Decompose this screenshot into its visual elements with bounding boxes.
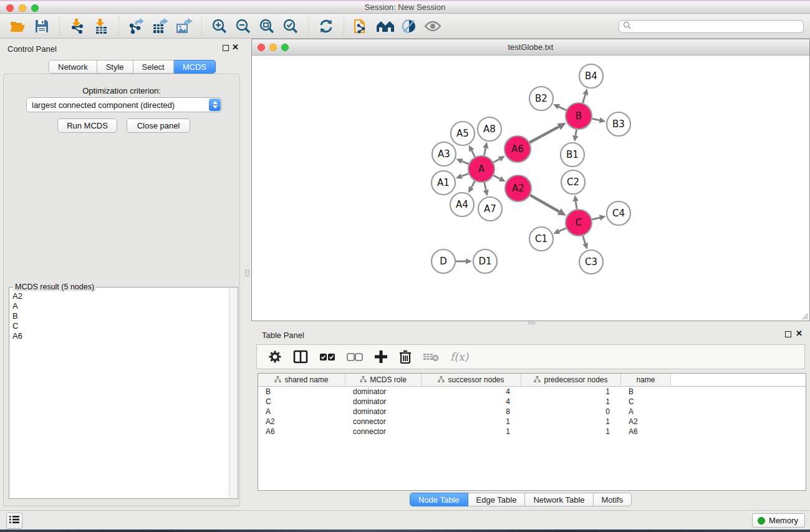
vertical-splitter[interactable] <box>243 39 251 510</box>
table-options-icon[interactable] <box>268 347 282 366</box>
memory-button[interactable]: Memory <box>752 513 805 528</box>
export-table-icon[interactable] <box>148 16 172 36</box>
task-history-button[interactable] <box>6 513 22 529</box>
table-row[interactable]: Bdominator41B <box>258 387 806 397</box>
graph-edge[interactable] <box>583 95 586 103</box>
new-network-from-selection-icon[interactable] <box>350 16 374 36</box>
save-session-icon[interactable] <box>30 16 54 36</box>
open-file-icon[interactable] <box>6 16 30 36</box>
zoom-view-button[interactable] <box>281 44 289 51</box>
column-browser-icon[interactable] <box>293 347 308 366</box>
close-panel-icon[interactable]: ✕ <box>796 329 803 338</box>
table-row[interactable]: A6connector11A6 <box>258 427 806 437</box>
zoom-window-button[interactable] <box>31 4 39 12</box>
search-input[interactable] <box>634 22 799 31</box>
function-builder-icon[interactable]: f(x) <box>450 347 468 366</box>
graph-edge[interactable] <box>461 173 468 176</box>
table-cell[interactable]: dominator <box>345 387 422 396</box>
graph-edge[interactable] <box>462 162 469 164</box>
mcds-result-list[interactable]: A2ABCA6 <box>11 291 228 496</box>
table-cell[interactable]: C <box>621 397 671 406</box>
graph-edge[interactable] <box>493 159 499 162</box>
column-header-name[interactable]: name <box>621 374 671 386</box>
table-cell[interactable]: 1 <box>521 427 621 436</box>
graph-edge[interactable] <box>471 150 475 157</box>
graph-edge[interactable] <box>576 130 577 136</box>
table-cell[interactable]: connector <box>345 427 422 436</box>
table-cell[interactable]: A6 <box>621 427 671 436</box>
unselect-all-columns-icon[interactable] <box>347 347 363 366</box>
table-cell[interactable]: 8 <box>422 407 521 416</box>
tab-select[interactable]: Select <box>133 60 174 74</box>
table-cell[interactable]: B <box>621 387 671 396</box>
graph-edge[interactable] <box>471 181 475 187</box>
graphics-details-icon[interactable] <box>397 16 421 36</box>
network-window-controls[interactable] <box>258 44 289 51</box>
tab-mcds[interactable]: MCDS <box>174 60 216 74</box>
delete-columns-icon[interactable] <box>399 347 412 366</box>
table-cell[interactable]: 1 <box>422 427 521 436</box>
export-network-icon[interactable] <box>125 16 148 36</box>
network-window-titlebar[interactable]: testGlobe.txt <box>252 39 809 56</box>
close-window-button[interactable] <box>6 4 14 12</box>
table-cell[interactable]: A2 <box>258 417 345 426</box>
mcds-list-scrollbar[interactable] <box>229 288 237 498</box>
import-table-icon[interactable] <box>89 16 113 36</box>
table-cell[interactable]: B <box>258 387 345 396</box>
close-panel-button[interactable]: Close panel <box>127 118 190 133</box>
minimize-view-button[interactable] <box>269 44 277 51</box>
table-cell[interactable]: 1 <box>521 397 621 406</box>
search-field[interactable] <box>619 20 804 33</box>
table-cell[interactable]: A2 <box>621 417 671 426</box>
column-header-shared-name[interactable]: shared name <box>258 374 345 386</box>
splitter-handle[interactable] <box>245 269 249 276</box>
zoom-fit-icon[interactable] <box>255 16 279 36</box>
refresh-layout-icon[interactable] <box>314 16 338 36</box>
list-item[interactable]: A2 <box>11 291 228 301</box>
zoom-out-icon[interactable] <box>231 16 255 36</box>
list-item[interactable]: A6 <box>11 331 228 341</box>
list-item[interactable]: A <box>11 301 228 311</box>
import-network-icon[interactable] <box>65 16 89 36</box>
resize-grip-icon[interactable] <box>800 311 809 320</box>
delete-table-icon[interactable] <box>423 347 439 366</box>
close-panel-icon[interactable]: ✕ <box>232 42 239 52</box>
select-all-columns-icon[interactable] <box>319 347 335 366</box>
tab-network-table[interactable]: Network Table <box>525 493 593 506</box>
table-cell[interactable]: A6 <box>258 427 345 436</box>
window-controls[interactable] <box>6 4 39 12</box>
node-table[interactable]: shared nameMCDS rolesuccessor nodesprede… <box>258 373 806 491</box>
export-image-icon[interactable] <box>172 16 196 36</box>
graph-edge[interactable] <box>485 182 486 190</box>
table-cell[interactable]: C <box>258 397 345 406</box>
float-panel-icon[interactable] <box>223 45 229 51</box>
graph-edge[interactable] <box>530 195 559 211</box>
table-cell[interactable]: 4 <box>422 397 521 406</box>
table-cell[interactable]: connector <box>345 417 422 426</box>
table-row[interactable]: Adominator80A <box>258 407 806 417</box>
close-view-button[interactable] <box>258 44 265 51</box>
graph-edge[interactable] <box>576 201 577 210</box>
table-row[interactable]: Cdominator41C <box>258 397 806 407</box>
tab-node-table[interactable]: Node Table <box>410 493 468 506</box>
list-item[interactable]: C <box>11 321 228 331</box>
optimization-criterion-select[interactable]: largest connected component (directed) <box>26 97 222 112</box>
graph-edge[interactable] <box>559 228 566 231</box>
graph-edge[interactable] <box>592 218 599 220</box>
zoom-in-icon[interactable] <box>208 16 231 36</box>
tab-style[interactable]: Style <box>97 60 133 74</box>
run-mcds-button[interactable]: Run MCDS <box>57 118 117 133</box>
create-column-icon[interactable] <box>374 347 388 366</box>
graph-edge[interactable] <box>583 236 586 243</box>
table-cell[interactable]: dominator <box>345 397 422 406</box>
graph-edge[interactable] <box>493 175 499 178</box>
table-cell[interactable]: 0 <box>521 407 621 416</box>
network-canvas[interactable]: B4B2BB3A5A8A6A3AB1A1A2C2A4A7C4CC1DD1C3 <box>252 56 809 321</box>
eye-icon[interactable] <box>421 16 445 36</box>
table-cell[interactable]: 1 <box>521 387 621 396</box>
splitter-handle[interactable] <box>528 322 535 324</box>
minimize-window-button[interactable] <box>19 4 26 12</box>
table-cell[interactable]: 1 <box>521 417 621 426</box>
table-cell[interactable]: dominator <box>345 407 422 416</box>
zoom-selected-icon[interactable] <box>279 16 302 36</box>
